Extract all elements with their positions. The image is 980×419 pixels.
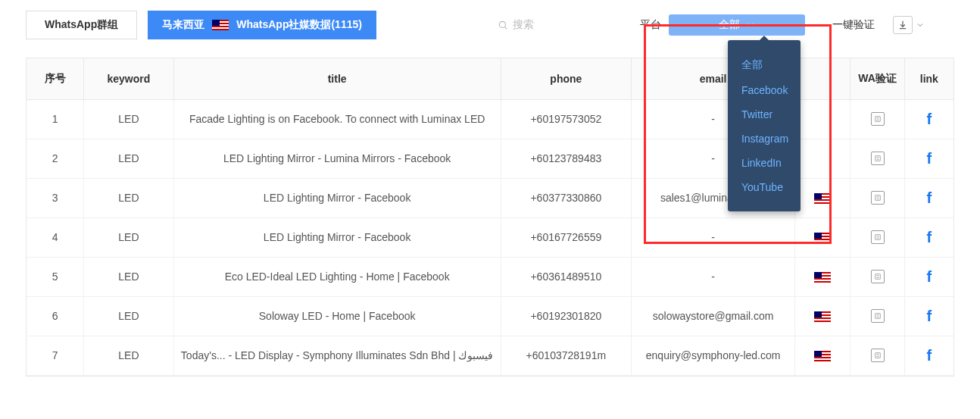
cell-seq: 3: [27, 178, 84, 217]
malaysia-flag-icon: [814, 351, 831, 361]
svg-rect-18: [875, 314, 880, 319]
cell-title: Today's... - LED Display - Symphony Illu…: [173, 336, 501, 375]
cell-wa: [850, 178, 904, 217]
col-wa: WA验证: [850, 58, 904, 99]
col-phone: phone: [501, 58, 632, 99]
wa-verify-icon[interactable]: [871, 309, 885, 323]
svg-rect-6: [875, 156, 880, 161]
cell-keyword: LED: [84, 336, 174, 375]
active-tab-prefix: 马来西亚: [162, 18, 204, 32]
facebook-link-icon[interactable]: f: [927, 111, 932, 127]
wa-verify-icon[interactable]: [871, 152, 885, 165]
download-button[interactable]: [893, 16, 913, 34]
facebook-link-icon[interactable]: f: [927, 189, 932, 206]
facebook-link-icon[interactable]: f: [927, 150, 932, 167]
cell-phone: +60377330860: [501, 178, 632, 217]
cell-keyword: LED: [84, 139, 174, 178]
cell-link[interactable]: f: [904, 336, 953, 375]
platform-option[interactable]: Instagram: [741, 127, 787, 151]
cell-link[interactable]: f: [904, 257, 953, 296]
platform-option[interactable]: YouTube: [741, 175, 787, 199]
cell-seq: 1: [27, 99, 84, 139]
col-flag: [795, 58, 850, 99]
malaysia-flag-icon: [212, 20, 229, 30]
svg-line-1: [505, 27, 507, 30]
table-row: 1LEDFacade Lighting is on Facebook. To c…: [27, 99, 953, 139]
table-row: 6LEDSoloway LED - Home | Facebook+601923…: [27, 296, 953, 336]
platform-option[interactable]: Twitter: [741, 102, 787, 127]
platform-label: 平台: [640, 18, 661, 32]
cell-flag: [795, 336, 850, 375]
cell-link[interactable]: f: [904, 99, 953, 139]
malaysia-flag-icon: [814, 193, 831, 204]
platform-option[interactable]: LinkedIn: [741, 151, 787, 175]
malaysia-flag-icon: [814, 233, 831, 243]
malaysia-flag-icon: [814, 311, 831, 322]
cell-keyword: LED: [84, 99, 174, 139]
cell-phone: +60361489510: [501, 257, 632, 296]
cell-title: Facade Lighting is on Facebook. To conne…: [173, 99, 501, 139]
cell-wa: [850, 296, 904, 336]
cell-flag: [795, 257, 850, 296]
wa-verify-icon[interactable]: [871, 112, 885, 126]
chevron-down-icon[interactable]: [916, 20, 925, 30]
cell-title: LED Lighting Mirror - Facebook: [173, 178, 501, 217]
cell-keyword: LED: [84, 217, 174, 257]
platform-option[interactable]: 全部: [741, 52, 787, 78]
svg-rect-15: [875, 274, 880, 280]
svg-rect-12: [875, 235, 880, 240]
facebook-link-icon[interactable]: f: [927, 308, 932, 324]
wa-verify-icon[interactable]: [871, 270, 885, 283]
cell-link[interactable]: f: [904, 217, 953, 257]
data-table: 序号 keyword title phone email WA验证 link 1…: [27, 58, 953, 376]
cell-wa: [850, 257, 904, 296]
cell-link[interactable]: f: [904, 296, 953, 336]
svg-point-0: [499, 21, 505, 27]
cell-flag: [795, 99, 850, 139]
wa-verify-icon[interactable]: [871, 191, 885, 205]
cell-seq: 2: [27, 139, 84, 178]
table-row: 2LEDLED Lighting Mirror - Lumina Mirrors…: [27, 139, 953, 178]
cell-flag: [795, 139, 850, 178]
cell-keyword: LED: [84, 257, 174, 296]
svg-rect-21: [875, 353, 880, 358]
table-row: 4LEDLED Lighting Mirror - Facebook+60167…: [27, 217, 953, 257]
facebook-link-icon[interactable]: f: [927, 229, 932, 245]
wa-verify-icon[interactable]: [871, 349, 885, 362]
cell-email: -: [632, 217, 795, 257]
cell-link[interactable]: f: [904, 139, 953, 178]
facebook-link-icon[interactable]: f: [927, 347, 932, 364]
cell-seq: 7: [27, 336, 84, 375]
cell-phone: +60167726559: [501, 217, 632, 257]
cell-flag: [795, 296, 850, 336]
svg-rect-3: [875, 117, 880, 122]
wa-verify-icon[interactable]: [871, 230, 885, 244]
platform-select[interactable]: 全部: [669, 14, 805, 36]
table-row: 7LEDToday's... - LED Display - Symphony …: [27, 336, 953, 375]
platform-selected-text: 全部: [719, 18, 740, 32]
active-tab-suffix: WhatsApp社媒数据(1115): [236, 18, 362, 32]
cell-title: Soloway LED - Home | Facebook: [173, 296, 501, 336]
cell-phone: +60123789483: [501, 139, 632, 178]
whatsapp-group-tab[interactable]: WhatsApp群组: [26, 11, 137, 39]
one-click-verify-button[interactable]: 一键验证: [832, 18, 875, 32]
table-row: 3LEDLED Lighting Mirror - Facebook+60377…: [27, 178, 953, 217]
svg-rect-9: [875, 195, 880, 201]
cell-phone: +60192301820: [501, 296, 632, 336]
cell-title: Eco LED-Ideal LED Lighting - Home | Face…: [173, 257, 501, 296]
cell-title: LED Lighting Mirror - Facebook: [173, 217, 501, 257]
search-input[interactable]: 搜索: [498, 18, 534, 32]
facebook-link-icon[interactable]: f: [927, 268, 932, 285]
cell-title: LED Lighting Mirror - Lumina Mirrors - F…: [173, 139, 501, 178]
cell-seq: 6: [27, 296, 84, 336]
cell-email: -: [632, 257, 795, 296]
cell-phone: +60103728191m: [501, 336, 632, 375]
cell-wa: [850, 99, 904, 139]
platform-option[interactable]: Facebook: [741, 78, 787, 102]
chevron-down-icon: [746, 20, 755, 30]
active-dataset-tab[interactable]: 马来西亚 WhatsApp社媒数据(1115): [148, 11, 376, 39]
cell-email: enquiry@symphony-led.com: [632, 336, 795, 375]
cell-link[interactable]: f: [904, 178, 953, 217]
download-icon: [897, 20, 908, 30]
cell-phone: +60197573052: [501, 99, 632, 139]
